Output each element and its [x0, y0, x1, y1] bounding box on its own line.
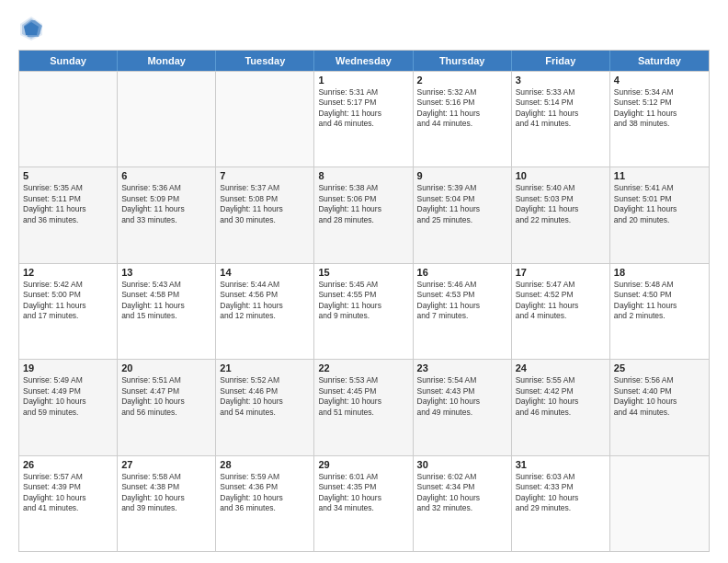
header-cell-sunday: Sunday: [19, 51, 118, 71]
calendar-row-0: 1Sunrise: 5:31 AM Sunset: 5:17 PM Daylig…: [19, 71, 709, 167]
calendar-cell: 19Sunrise: 5:49 AM Sunset: 4:49 PM Dayli…: [19, 360, 118, 454]
day-info: Sunrise: 5:58 AM Sunset: 4:38 PM Dayligh…: [121, 472, 211, 514]
calendar-cell: [610, 456, 709, 551]
calendar-cell: 4Sunrise: 5:34 AM Sunset: 5:12 PM Daylig…: [610, 72, 709, 167]
calendar-cell: 14Sunrise: 5:44 AM Sunset: 4:56 PM Dayli…: [216, 264, 314, 359]
day-number: 17: [516, 267, 606, 278]
day-number: 7: [220, 170, 310, 181]
calendar-body: 1Sunrise: 5:31 AM Sunset: 5:17 PM Daylig…: [19, 71, 709, 551]
calendar-cell: 12Sunrise: 5:42 AM Sunset: 5:00 PM Dayli…: [19, 264, 118, 359]
day-info: Sunrise: 5:56 AM Sunset: 4:40 PM Dayligh…: [614, 375, 705, 418]
calendar-cell: 1Sunrise: 5:31 AM Sunset: 5:17 PM Daylig…: [314, 72, 413, 167]
calendar-cell: 18Sunrise: 5:48 AM Sunset: 4:50 PM Dayli…: [610, 264, 709, 359]
day-info: Sunrise: 5:57 AM Sunset: 4:39 PM Dayligh…: [23, 472, 113, 514]
day-number: 14: [220, 267, 310, 278]
day-number: 12: [23, 267, 113, 278]
calendar-cell: 2Sunrise: 5:32 AM Sunset: 5:16 PM Daylig…: [414, 72, 512, 167]
calendar-cell: 3Sunrise: 5:33 AM Sunset: 5:14 PM Daylig…: [512, 72, 610, 167]
day-number: 31: [516, 459, 606, 470]
calendar-row-3: 19Sunrise: 5:49 AM Sunset: 4:49 PM Dayli…: [19, 359, 709, 454]
day-info: Sunrise: 5:34 AM Sunset: 5:12 PM Dayligh…: [614, 87, 705, 130]
day-number: 3: [516, 75, 606, 86]
day-info: Sunrise: 6:01 AM Sunset: 4:35 PM Dayligh…: [318, 472, 408, 514]
calendar-cell: 27Sunrise: 5:58 AM Sunset: 4:38 PM Dayli…: [118, 456, 216, 551]
day-number: 11: [614, 170, 705, 181]
day-info: Sunrise: 5:55 AM Sunset: 4:42 PM Dayligh…: [516, 375, 606, 418]
header-cell-friday: Friday: [512, 51, 610, 71]
day-info: Sunrise: 5:49 AM Sunset: 4:49 PM Dayligh…: [23, 375, 113, 418]
day-info: Sunrise: 5:44 AM Sunset: 4:56 PM Dayligh…: [220, 280, 310, 322]
calendar-cell: 29Sunrise: 6:01 AM Sunset: 4:35 PM Dayli…: [314, 456, 413, 551]
day-number: 1: [318, 75, 408, 86]
day-number: 25: [614, 362, 705, 373]
calendar-cell: 22Sunrise: 5:53 AM Sunset: 4:45 PM Dayli…: [314, 360, 413, 454]
day-number: 29: [318, 459, 408, 470]
day-number: 8: [318, 170, 408, 181]
calendar-cell: 17Sunrise: 5:47 AM Sunset: 4:52 PM Dayli…: [512, 264, 610, 359]
day-info: Sunrise: 5:54 AM Sunset: 4:43 PM Dayligh…: [417, 375, 507, 418]
day-number: 13: [121, 267, 211, 278]
calendar-cell: 25Sunrise: 5:56 AM Sunset: 4:40 PM Dayli…: [610, 360, 709, 454]
day-number: 24: [516, 362, 606, 373]
day-info: Sunrise: 5:31 AM Sunset: 5:17 PM Dayligh…: [318, 87, 408, 130]
day-info: Sunrise: 5:53 AM Sunset: 4:45 PM Dayligh…: [318, 375, 408, 418]
day-info: Sunrise: 5:36 AM Sunset: 5:09 PM Dayligh…: [121, 183, 211, 225]
calendar-cell: 6Sunrise: 5:36 AM Sunset: 5:09 PM Daylig…: [118, 167, 216, 262]
day-number: 10: [516, 170, 606, 181]
day-number: 18: [614, 267, 705, 278]
day-info: Sunrise: 5:59 AM Sunset: 4:36 PM Dayligh…: [220, 472, 310, 514]
day-info: Sunrise: 5:41 AM Sunset: 5:01 PM Dayligh…: [614, 183, 705, 225]
calendar-cell: 23Sunrise: 5:54 AM Sunset: 4:43 PM Dayli…: [414, 360, 512, 454]
day-info: Sunrise: 5:48 AM Sunset: 4:50 PM Dayligh…: [614, 280, 705, 322]
day-info: Sunrise: 5:40 AM Sunset: 5:03 PM Dayligh…: [516, 183, 606, 225]
day-info: Sunrise: 5:51 AM Sunset: 4:47 PM Dayligh…: [121, 375, 211, 418]
calendar: SundayMondayTuesdayWednesdayThursdayFrid…: [18, 50, 710, 552]
calendar-cell: 11Sunrise: 5:41 AM Sunset: 5:01 PM Dayli…: [610, 167, 709, 262]
day-number: 15: [318, 267, 408, 278]
day-number: 19: [23, 362, 113, 373]
day-number: 21: [220, 362, 310, 373]
day-info: Sunrise: 5:43 AM Sunset: 4:58 PM Dayligh…: [121, 280, 211, 322]
calendar-cell: 15Sunrise: 5:45 AM Sunset: 4:55 PM Dayli…: [314, 264, 413, 359]
page: SundayMondayTuesdayWednesdayThursdayFrid…: [0, 0, 728, 563]
day-info: Sunrise: 6:03 AM Sunset: 4:33 PM Dayligh…: [516, 472, 606, 514]
day-info: Sunrise: 5:42 AM Sunset: 5:00 PM Dayligh…: [23, 280, 113, 322]
day-number: 16: [417, 267, 507, 278]
header-cell-monday: Monday: [118, 51, 216, 71]
day-number: 30: [417, 459, 507, 470]
day-number: 26: [23, 459, 113, 470]
calendar-cell: 10Sunrise: 5:40 AM Sunset: 5:03 PM Dayli…: [512, 167, 610, 262]
day-number: 22: [318, 362, 408, 373]
calendar-cell: 13Sunrise: 5:43 AM Sunset: 4:58 PM Dayli…: [118, 264, 216, 359]
calendar-cell: [216, 72, 314, 167]
calendar-cell: 28Sunrise: 5:59 AM Sunset: 4:36 PM Dayli…: [216, 456, 314, 551]
day-number: 4: [614, 75, 705, 86]
day-info: Sunrise: 5:39 AM Sunset: 5:04 PM Dayligh…: [417, 183, 507, 225]
calendar-cell: 20Sunrise: 5:51 AM Sunset: 4:47 PM Dayli…: [118, 360, 216, 454]
day-info: Sunrise: 5:37 AM Sunset: 5:08 PM Dayligh…: [220, 183, 310, 225]
calendar-cell: 9Sunrise: 5:39 AM Sunset: 5:04 PM Daylig…: [414, 167, 512, 262]
day-info: Sunrise: 5:52 AM Sunset: 4:46 PM Dayligh…: [220, 375, 310, 418]
header-cell-saturday: Saturday: [610, 51, 709, 71]
day-info: Sunrise: 5:47 AM Sunset: 4:52 PM Dayligh…: [516, 280, 606, 322]
day-number: 20: [121, 362, 211, 373]
header-cell-tuesday: Tuesday: [216, 51, 314, 71]
day-info: Sunrise: 5:33 AM Sunset: 5:14 PM Dayligh…: [516, 87, 606, 130]
calendar-row-2: 12Sunrise: 5:42 AM Sunset: 5:00 PM Dayli…: [19, 263, 709, 359]
day-info: Sunrise: 5:45 AM Sunset: 4:55 PM Dayligh…: [318, 280, 408, 322]
day-info: Sunrise: 5:32 AM Sunset: 5:16 PM Dayligh…: [417, 87, 507, 130]
logo: [18, 15, 48, 40]
calendar-header: SundayMondayTuesdayWednesdayThursdayFrid…: [19, 51, 709, 71]
calendar-cell: 21Sunrise: 5:52 AM Sunset: 4:46 PM Dayli…: [216, 360, 314, 454]
header-cell-wednesday: Wednesday: [314, 51, 413, 71]
calendar-cell: 26Sunrise: 5:57 AM Sunset: 4:39 PM Dayli…: [19, 456, 118, 551]
calendar-cell: [19, 72, 118, 167]
day-number: 28: [220, 459, 310, 470]
header-cell-thursday: Thursday: [414, 51, 512, 71]
logo-icon: [18, 15, 44, 40]
calendar-cell: 5Sunrise: 5:35 AM Sunset: 5:11 PM Daylig…: [19, 167, 118, 262]
day-number: 27: [121, 459, 211, 470]
day-info: Sunrise: 5:46 AM Sunset: 4:53 PM Dayligh…: [417, 280, 507, 322]
day-info: Sunrise: 6:02 AM Sunset: 4:34 PM Dayligh…: [417, 472, 507, 514]
day-number: 9: [417, 170, 507, 181]
